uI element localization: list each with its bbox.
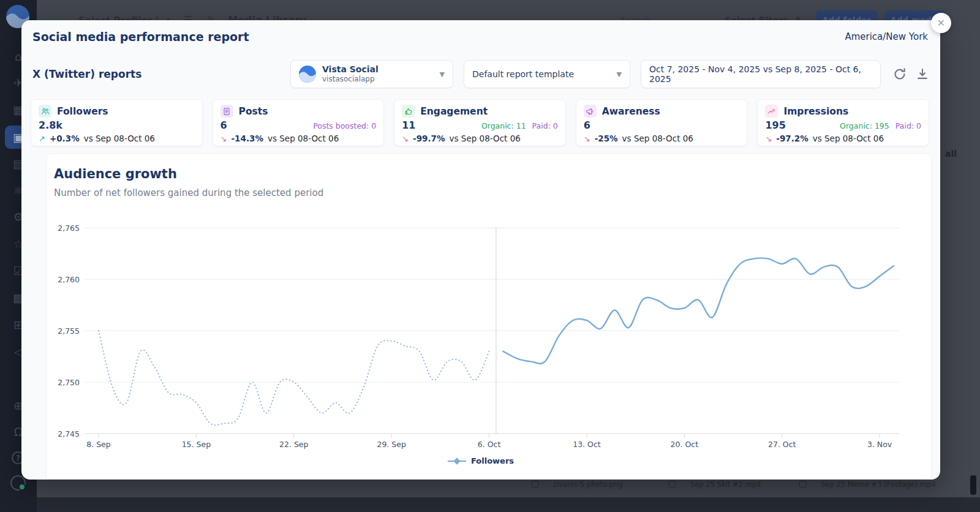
refresh-icon[interactable] (893, 67, 907, 81)
trend-down-icon: ↘ (584, 134, 590, 143)
bg-file-checkbox (799, 481, 806, 488)
card-value: 195 (765, 119, 785, 131)
bg-file-checkbox (532, 481, 538, 488)
card-title: Engagement (420, 106, 488, 117)
organic-label: Organic: 195 (840, 121, 889, 130)
card-change: +0.3% (50, 134, 80, 143)
svg-text:15. Sep: 15. Sep (182, 440, 211, 449)
chevron-down-icon: ▼ (440, 70, 445, 78)
close-icon[interactable]: ✕ (931, 13, 951, 33)
bg-text-fragment: all (945, 149, 957, 159)
svg-text:2,765: 2,765 (58, 224, 80, 233)
card-title: Posts (239, 106, 268, 117)
card-change: -14.3% (232, 134, 263, 143)
chevron-down-icon: ▼ (617, 70, 622, 78)
sidebar-user-avatar (10, 475, 26, 491)
organic-label: Organic: 11 (481, 121, 526, 130)
impressions-trend-icon (765, 105, 778, 118)
date-range-selector[interactable]: Oct 7, 2025 - Nov 4, 2025 vs Sep 8, 2025… (641, 60, 881, 88)
card-title: Followers (57, 106, 108, 117)
modal-header: Social media performance report America/… (21, 20, 940, 51)
bg-file-checkbox (669, 481, 676, 488)
stat-cards-row: Followers 2.8k ↗ +0.3% vs Sep 08-Oct 06 … (31, 99, 929, 146)
svg-text:2,755: 2,755 (58, 326, 80, 336)
posts-boosted-label: Posts boosted: 0 (313, 121, 376, 130)
chart-legend[interactable]: Followers (448, 456, 514, 465)
timezone-label: America/New York (845, 31, 928, 42)
trend-down-icon: ↘ (402, 134, 409, 143)
engagement-thumbs-up-icon (402, 105, 415, 118)
modal-title: Social media performance report (32, 30, 249, 43)
svg-text:2,760: 2,760 (58, 275, 80, 284)
paid-label: Paid: 0 (532, 121, 558, 130)
card-comparison-period: vs Sep 08-Oct 06 (622, 134, 693, 143)
chart-subtitle: Number of net followers gained during th… (47, 181, 931, 198)
stat-card-followers: Followers 2.8k ↗ +0.3% vs Sep 08-Oct 06 (31, 99, 203, 146)
svg-text:22. Sep: 22. Sep (279, 440, 308, 449)
svg-text:6. Oct: 6. Oct (478, 440, 501, 449)
trend-up-icon: ↗ (39, 134, 45, 143)
svg-text:8. Sep: 8. Sep (86, 440, 111, 449)
svg-text:13. Oct: 13. Oct (573, 440, 601, 449)
performance-report-modal: Social media performance report America/… (21, 20, 940, 480)
profile-handle: vistasocialapp (322, 75, 379, 84)
card-title: Impressions (783, 106, 848, 117)
profile-selector[interactable]: Vista Social vistasocialapp ▼ (290, 60, 453, 88)
profile-name: Vista Social (322, 64, 379, 75)
card-value: 6 (584, 119, 590, 131)
bg-file-name: zivanis-5-photo.png (553, 480, 623, 489)
svg-text:2,745: 2,745 (58, 429, 80, 439)
audience-growth-card: Audience growth Number of net followers … (46, 153, 932, 480)
legend-label: Followers (471, 456, 514, 465)
card-value: 2.8k (39, 119, 62, 131)
bg-scrollbar (970, 475, 976, 495)
card-change: -97.2% (776, 134, 808, 143)
svg-text:29. Sep: 29. Sep (377, 440, 405, 449)
date-range-value: Oct 7, 2025 - Nov 4, 2025 vs Sep 8, 2025… (649, 64, 872, 84)
stat-card-posts: Posts 6 Posts boosted: 0 ↘ -14.3% vs Sep… (213, 99, 385, 146)
template-selector[interactable]: Default report template ▼ (464, 60, 630, 88)
bg-file-name: Sep 25 Meme #3 (Footage).mp4 (821, 480, 936, 489)
posts-document-icon (221, 105, 233, 118)
svg-text:3. Nov: 3. Nov (867, 440, 892, 449)
svg-text:20. Oct: 20. Oct (671, 440, 699, 449)
profile-avatar (299, 66, 316, 83)
report-section-title: X (Twitter) reports (32, 68, 141, 80)
paid-label: Paid: 0 (895, 121, 921, 130)
card-change: -25% (595, 134, 618, 143)
card-comparison-period: vs Sep 08-Oct 06 (268, 134, 339, 143)
stat-card-engagement: Engagement 11 Organic: 11 Paid: 0 ↘ -99.… (394, 99, 566, 146)
card-value: 11 (402, 119, 415, 131)
bg-file-name: Sep 25 Skit #2.mp4 (690, 480, 761, 489)
legend-marker-icon (448, 457, 466, 465)
stat-card-impressions: Impressions 195 Organic: 195 Paid: 0 ↘ -… (757, 99, 929, 146)
card-value: 6 (221, 119, 227, 131)
bg-bottom-bar (37, 497, 980, 512)
followers-users-icon (39, 105, 51, 118)
download-icon[interactable] (916, 67, 929, 81)
card-comparison-period: vs Sep 08-Oct 06 (84, 134, 155, 143)
trend-down-icon: ↘ (765, 134, 772, 143)
card-title: Awareness (602, 106, 660, 117)
report-controls: X (Twitter) reports Vista Social vistaso… (32, 60, 929, 88)
awareness-megaphone-icon (584, 105, 597, 118)
card-comparison-period: vs Sep 08-Oct 06 (813, 134, 884, 143)
followers-line-chart: 2,7652,7602,7552,7502,7458. Sep15. Sep22… (47, 212, 932, 480)
card-comparison-period: vs Sep 08-Oct 06 (450, 134, 521, 143)
template-value: Default report template (472, 69, 574, 79)
svg-text:27. Oct: 27. Oct (768, 440, 796, 449)
stat-card-awareness: Awareness 6 ↘ -25% vs Sep 08-Oct 06 (576, 99, 748, 146)
card-change: -99.7% (413, 134, 445, 143)
trend-down-icon: ↘ (221, 134, 227, 143)
svg-text:2,750: 2,750 (58, 378, 80, 387)
chart-title: Audience growth (47, 154, 931, 181)
